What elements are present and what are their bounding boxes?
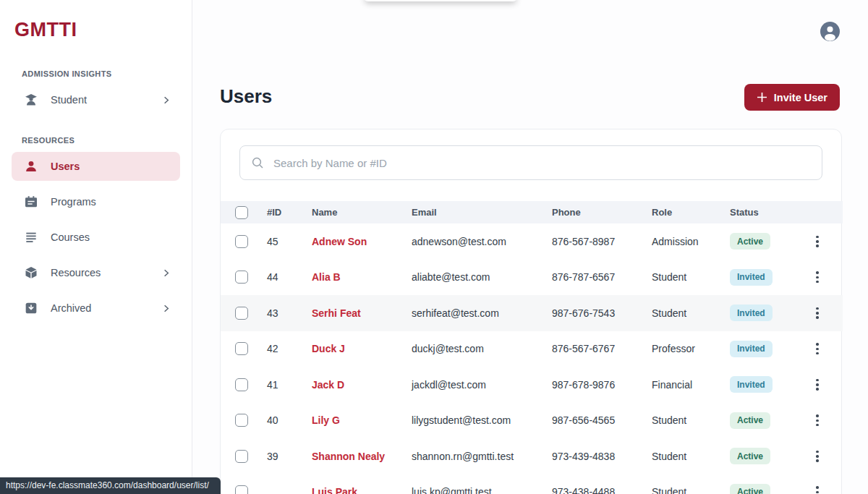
status-badge: Invited xyxy=(730,269,773,286)
sidebar-item-label: Archived xyxy=(51,302,91,314)
person-icon xyxy=(820,22,840,41)
row-checkbox[interactable] xyxy=(235,307,248,320)
main-content: Users Invite User xyxy=(192,0,868,494)
kebab-menu-icon[interactable] xyxy=(812,379,822,391)
col-id: #ID xyxy=(267,201,312,223)
list-icon xyxy=(24,230,38,244)
cell-role: Professor xyxy=(652,331,730,367)
sidebar-section-label: ADMISSION INSIGHTS xyxy=(22,69,192,78)
row-checkbox[interactable] xyxy=(235,342,248,355)
sidebar-item-student[interactable]: Student xyxy=(12,85,180,114)
brand-logo: GMTTI xyxy=(14,19,77,41)
cell-role: Student xyxy=(652,438,730,474)
status-badge: Active xyxy=(730,412,770,429)
user-name-link[interactable]: Shannon Nealy xyxy=(312,451,385,462)
user-name-link[interactable]: Jack D xyxy=(312,379,344,391)
user-name-link[interactable]: Serhi Feat xyxy=(312,307,361,319)
kebab-menu-icon[interactable] xyxy=(812,486,822,494)
sidebar-item-programs[interactable]: Programs xyxy=(12,187,180,216)
sidebar-section-label: RESOURCES xyxy=(22,136,192,145)
kebab-menu-icon[interactable] xyxy=(812,414,822,426)
sidebar-item-label: Programs xyxy=(51,196,96,208)
status-badge: Active xyxy=(730,233,770,250)
col-name: Name xyxy=(312,201,412,223)
invite-user-label: Invite User xyxy=(774,92,827,103)
plus-icon xyxy=(757,92,767,103)
sidebar-item-label: Users xyxy=(51,161,80,172)
user-name-link[interactable]: Duck J xyxy=(312,343,345,354)
sidebar-item-users[interactable]: Users xyxy=(12,152,180,181)
row-checkbox[interactable] xyxy=(235,271,248,284)
kebab-menu-icon[interactable] xyxy=(812,343,822,354)
cell-phone: 876-567-8987 xyxy=(552,223,652,260)
user-name-link[interactable]: Alia B xyxy=(312,271,341,283)
sidebar-item-archived[interactable]: Archived xyxy=(12,294,180,323)
kebab-menu-icon[interactable] xyxy=(812,451,822,462)
invite-user-button[interactable]: Invite User xyxy=(744,84,840,111)
user-avatar[interactable] xyxy=(820,22,840,41)
chevron-right-icon xyxy=(161,95,171,106)
cell-id: 45 xyxy=(267,223,312,260)
chevron-right-icon xyxy=(161,268,171,278)
col-role: Role xyxy=(652,201,730,223)
user-name-link[interactable]: Adnew Son xyxy=(312,236,367,247)
row-checkbox[interactable] xyxy=(235,485,248,494)
kebab-menu-icon[interactable] xyxy=(812,236,822,247)
sidebar-nav: ADMISSION INSIGHTS Student RESOURCES Use… xyxy=(0,64,192,329)
cell-id: 39 xyxy=(267,438,312,474)
search-icon xyxy=(251,156,264,169)
cell-role: Financial xyxy=(652,367,730,403)
student-icon xyxy=(24,93,38,107)
table-row[interactable]: 39 Shannon Nealy shannon.rn@gmtti.test 9… xyxy=(221,438,843,474)
sidebar: GMTTI ADMISSION INSIGHTS Student RESOURC… xyxy=(0,0,192,494)
table-row[interactable]: 45 Adnew Son adnewson@test.com 876-567-8… xyxy=(221,223,843,260)
cell-id: 43 xyxy=(267,295,312,331)
cell-phone: 876-567-6767 xyxy=(552,331,652,367)
table-row[interactable]: 44 Alia B aliabte@test.com 876-787-6567 … xyxy=(221,260,843,296)
select-all-checkbox[interactable] xyxy=(235,206,248,219)
sidebar-item-resources[interactable]: Resources xyxy=(12,258,180,287)
cell-id: 40 xyxy=(267,403,312,439)
cell-phone: 973-439-4838 xyxy=(552,438,652,474)
users-table: #ID Name Email Phone Role Status 45 Adne… xyxy=(221,201,843,494)
cell-email: duckj@test.com xyxy=(412,331,552,367)
cell-id: 44 xyxy=(267,260,312,296)
table-row[interactable]: 42 Duck J duckj@test.com 876-567-6767 Pr… xyxy=(221,331,843,367)
status-badge: Active xyxy=(730,484,770,494)
table-row[interactable]: 41 Jack D jackdl@test.com 987-678-9876 F… xyxy=(221,367,843,403)
col-status: Status xyxy=(730,201,812,223)
cell-role: Student xyxy=(652,260,730,296)
cell-email: aliabte@test.com xyxy=(412,260,552,296)
table-row[interactable]: 40 Lily G lilygstudent@test.com 987-656-… xyxy=(221,403,843,439)
user-name-link[interactable]: Lily G xyxy=(312,414,340,426)
cell-phone: 987-676-7543 xyxy=(552,295,652,331)
cell-phone: 876-787-6567 xyxy=(552,260,652,296)
col-menu xyxy=(812,201,843,223)
row-checkbox[interactable] xyxy=(235,378,248,391)
kebab-menu-icon[interactable] xyxy=(812,271,822,283)
sidebar-item-label: Resources xyxy=(51,267,101,278)
cell-email: shannon.rn@gmtti.test xyxy=(412,438,552,474)
row-checkbox[interactable] xyxy=(235,414,248,427)
status-badge: Invited xyxy=(730,376,773,393)
col-phone: Phone xyxy=(552,201,652,223)
cell-role: Student xyxy=(652,474,730,494)
cell-role: Admission xyxy=(652,223,730,260)
cell-email: adnewson@test.com xyxy=(412,223,552,260)
chevron-right-icon xyxy=(161,303,171,314)
users-card: #ID Name Email Phone Role Status 45 Adne… xyxy=(220,129,842,494)
row-checkbox[interactable] xyxy=(235,450,248,463)
row-checkbox[interactable] xyxy=(235,235,248,248)
sidebar-section: RESOURCES Users Programs Courses Res xyxy=(0,136,192,323)
users-table-wrap: #ID Name Email Phone Role Status 45 Adne… xyxy=(221,201,841,494)
table-row[interactable]: Luis Park luis.kp@gmtti.test 973-438-448… xyxy=(221,474,843,494)
search-input[interactable] xyxy=(272,156,811,170)
page-title: Users xyxy=(220,85,272,108)
sidebar-item-courses[interactable]: Courses xyxy=(12,223,180,252)
kebab-menu-icon[interactable] xyxy=(812,307,822,319)
cell-role: Student xyxy=(652,403,730,439)
table-row[interactable]: 43 Serhi Feat serhifeat@test.com 987-676… xyxy=(221,295,843,331)
cube-icon xyxy=(24,265,38,280)
user-name-link[interactable]: Luis Park xyxy=(312,486,357,494)
table-header-row: #ID Name Email Phone Role Status xyxy=(221,201,843,223)
